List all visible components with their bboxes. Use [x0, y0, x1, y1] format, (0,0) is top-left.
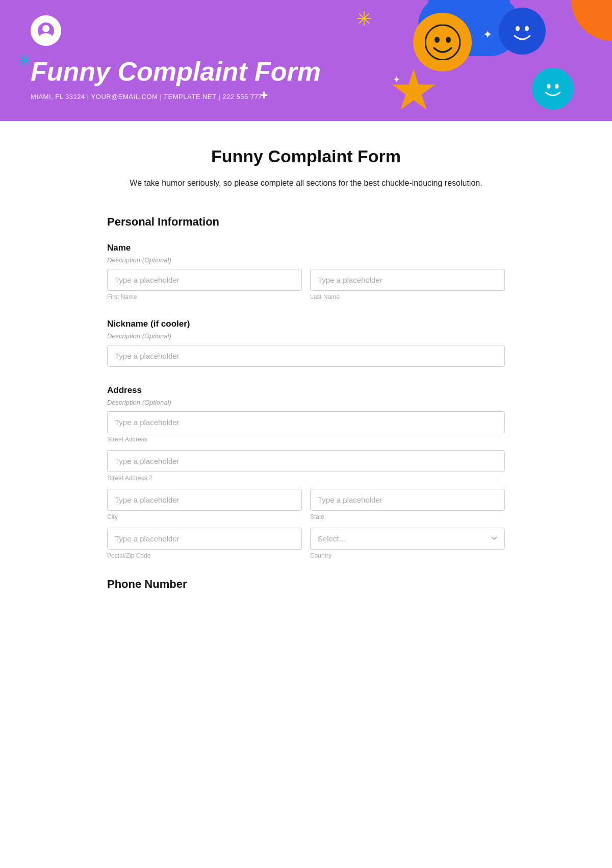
street-address-1-wrapper: Street Address: [107, 411, 505, 443]
svg-point-2: [446, 37, 451, 43]
city-sublabel: City: [107, 513, 302, 520]
last-name-input[interactable]: [310, 269, 505, 291]
orange-corner: [571, 0, 612, 41]
state-input[interactable]: [310, 489, 505, 511]
street-address-1-input[interactable]: [107, 411, 505, 433]
burst-blue: ✳: [18, 51, 32, 70]
nickname-input[interactable]: [107, 345, 505, 367]
face-dark-blue: [499, 8, 546, 55]
field-nickname: Nickname (if cooler) Description (Option…: [107, 319, 505, 367]
page-header: ✳ ✳ ✦ ✦ + +: [0, 0, 612, 121]
country-select[interactable]: Select... United States Canada Other: [310, 528, 505, 550]
first-name-sublabel: First Name: [107, 293, 302, 301]
field-name-label: Name: [107, 243, 505, 253]
svg-point-0: [425, 25, 460, 60]
field-nickname-description: Description (Optional): [107, 332, 505, 340]
svg-point-3: [516, 26, 520, 31]
street-address-2-sublabel: Street Address 2: [107, 475, 505, 482]
postal-country-row: Postal/Zip Code Select... United States …: [107, 528, 505, 559]
burst-yellow: ✳: [356, 8, 372, 30]
first-name-col: First Name: [107, 269, 302, 301]
street-address-1-sublabel: Street Address: [107, 436, 505, 443]
svg-point-8: [42, 25, 49, 32]
field-address: Address Description (Optional) Street Ad…: [107, 385, 505, 559]
svg-point-1: [435, 37, 440, 43]
city-state-row: City State: [107, 489, 505, 520]
section-personal: Personal Information Name Description (O…: [107, 215, 505, 559]
street-address-2-input[interactable]: [107, 450, 505, 472]
star-1: ✦: [483, 28, 492, 41]
field-address-description: Description (Optional): [107, 399, 505, 406]
field-name: Name Description (Optional) First Name L…: [107, 243, 505, 301]
postal-input[interactable]: [107, 528, 302, 550]
last-name-sublabel: Last Name: [310, 293, 505, 301]
country-sublabel: Country: [310, 552, 505, 559]
state-col: State: [310, 489, 505, 520]
state-sublabel: State: [310, 513, 505, 520]
section-phone: Phone Number: [107, 578, 505, 593]
form-subtitle: We take humor seriously, so please compl…: [107, 177, 505, 190]
logo: [31, 15, 61, 46]
first-name-input[interactable]: [107, 269, 302, 291]
form-content: Funny Complaint Form We take humor serio…: [76, 121, 536, 646]
field-address-label: Address: [107, 385, 505, 395]
last-name-col: Last Name: [310, 269, 505, 301]
city-input[interactable]: [107, 489, 302, 511]
country-col: Select... United States Canada Other Cou…: [310, 528, 505, 559]
svg-point-4: [525, 26, 529, 31]
field-nickname-label: Nickname (if cooler): [107, 319, 505, 329]
header-contact: MIAMI, FL 33124 | YOUR@EMAIL.COM | TEMPL…: [31, 93, 581, 101]
field-name-description: Description (Optional): [107, 256, 505, 264]
section-phone-title: Phone Number: [107, 578, 505, 593]
postal-col: Postal/Zip Code: [107, 528, 302, 559]
field-name-row: First Name Last Name: [107, 269, 505, 301]
form-title: Funny Complaint Form: [107, 146, 505, 166]
city-col: City: [107, 489, 302, 520]
header-title: Funny Complaint Form: [31, 56, 581, 87]
street-address-2-wrapper: Street Address 2: [107, 450, 505, 482]
section-personal-title: Personal Information: [107, 215, 505, 231]
postal-sublabel: Postal/Zip Code: [107, 552, 302, 559]
